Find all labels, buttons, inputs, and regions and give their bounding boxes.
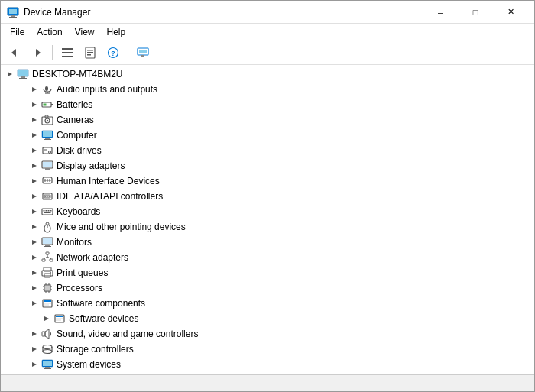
tree-item-print[interactable]: Print queues [1,265,534,280]
svg-rect-48 [43,162,52,167]
expand-print-icon [28,267,41,279]
properties-button[interactable] [79,43,101,63]
root-label: DESKTOP-MT4BM2U [32,69,122,79]
cameras-label: Cameras [57,115,94,125]
svg-rect-23 [19,78,27,79]
svg-marker-70 [32,225,37,229]
tree-item-monitors[interactable]: Monitors [1,235,534,250]
svg-point-116 [43,345,52,349]
svg-marker-37 [32,133,37,138]
help-button[interactable]: ? [102,43,124,63]
network-label: Network adapters [57,252,128,263]
close-button[interactable]: ✕ [493,1,528,24]
back-button[interactable] [4,43,25,63]
menu-help[interactable]: Help [101,25,132,39]
tree-item-cameras[interactable]: Cameras [1,112,534,128]
tree-item-batteries[interactable]: Batteries [1,97,534,112]
mice-label: Mice and other pointing devices [57,222,186,232]
svg-marker-74 [32,240,37,245]
expand-software-dev-icon [41,313,53,325]
menu-action[interactable]: Action [31,25,68,39]
svg-marker-63 [32,209,37,214]
svg-rect-113 [42,332,45,336]
audio-label: Audio inputs and outputs [57,84,157,95]
forward-icon [31,47,44,59]
svg-marker-79 [32,255,37,260]
tree-item-system[interactable]: System devices [1,357,534,372]
toolbar-separator-2 [128,45,128,60]
network-icon [41,251,54,264]
hid-label: Human Interface Devices [57,176,160,186]
tree-item-mice[interactable]: Mice and other pointing devices [1,219,534,235]
tree-item-software-comp[interactable]: Software components [1,296,534,311]
maximize-button[interactable]: □ [458,1,493,24]
tree-item-processors[interactable]: Processors [1,280,534,296]
tree-item-ide[interactable]: IDE ATA/ATAPI controllers [1,189,534,204]
minimize-button[interactable]: – [423,1,458,24]
svg-point-62 [49,196,50,197]
tree-root[interactable]: DESKTOP-MT4BM2U [1,66,534,82]
processors-icon [41,282,54,294]
monitor-button[interactable] [132,43,154,63]
tree-item-keyboards[interactable]: Keyboards [1,204,534,219]
expand-storage-icon [28,343,41,355]
mice-icon [41,221,54,233]
tree-item-hid[interactable]: Human Interface Devices [1,173,534,189]
svg-rect-40 [45,138,50,139]
keyboards-icon [41,206,54,218]
forward-button[interactable] [27,43,48,63]
svg-rect-122 [43,361,52,366]
svg-marker-24 [32,87,37,92]
expand-audio-icon [28,83,41,96]
expand-display-icon [28,160,41,172]
svg-point-35 [47,120,48,121]
menu-bar: File Action View Help [1,24,534,40]
svg-rect-123 [45,367,50,368]
svg-marker-51 [32,179,37,183]
menu-view[interactable]: View [69,25,101,39]
expand-computer-icon [28,129,41,141]
properties-icon [84,47,96,59]
svg-rect-16 [139,50,147,53]
monitors-label: Monitors [57,237,92,248]
tree-item-audio[interactable]: Audio inputs and outputs [1,82,534,97]
tree-item-display[interactable]: Display adapters [1,158,534,173]
status-bar [1,374,534,391]
svg-rect-2 [11,15,15,17]
toolbar: ? [1,40,534,65]
help-icon: ? [107,47,119,59]
tree-item-diskdrives[interactable]: Disk drives [1,143,534,158]
storage-icon [41,343,54,355]
tree-item-software-dev[interactable]: Software devices [1,311,534,326]
cameras-icon [41,114,54,126]
view-button[interactable] [57,43,78,63]
svg-rect-82 [50,259,53,261]
svg-point-60 [45,196,47,197]
svg-rect-25 [45,86,48,91]
svg-rect-12 [87,54,91,56]
expand-cameras-icon [28,114,41,126]
svg-rect-18 [140,57,146,57]
svg-rect-11 [87,52,93,53]
expand-keyboards-icon [28,206,41,218]
svg-text:?: ? [111,50,115,57]
tree-view[interactable]: DESKTOP-MT4BM2U Audio inputs and outputs [1,65,534,374]
svg-rect-67 [48,210,50,212]
expand-sound-icon [28,328,41,340]
processors-label: Processors [57,283,102,293]
menu-file[interactable]: File [4,25,31,39]
tree-item-computer[interactable]: Computer [1,128,534,143]
tree-item-sound[interactable]: Sound, video and game controllers [1,326,534,342]
tree-item-network[interactable]: Network adapters [1,250,534,265]
tree-item-storage[interactable]: Storage controllers [1,342,534,357]
svg-rect-3 [9,17,17,18]
batteries-label: Batteries [57,99,92,110]
computer-icon [41,129,54,141]
svg-rect-104 [44,300,51,302]
storage-label: Storage controllers [57,344,134,355]
svg-rect-1 [9,9,17,14]
svg-marker-28 [32,102,37,107]
expand-diskdrives-icon [28,144,41,157]
sound-icon [41,328,54,340]
svg-rect-21 [18,70,28,76]
